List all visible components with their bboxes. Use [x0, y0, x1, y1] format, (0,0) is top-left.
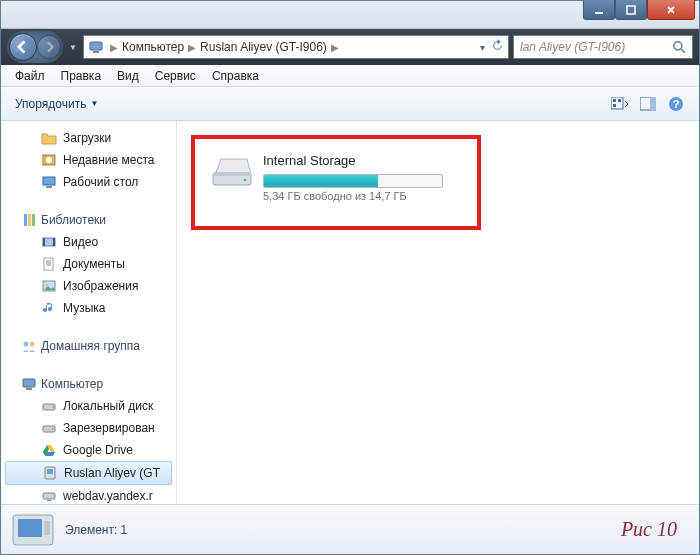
svg-rect-10: [650, 97, 656, 110]
svg-point-25: [46, 284, 49, 287]
svg-rect-2: [90, 42, 102, 50]
search-placeholder: lan Aliyev (GT-I906): [520, 40, 625, 54]
desktop-icon: [41, 174, 57, 190]
view-mode-button[interactable]: [611, 95, 629, 113]
drive-usage-bar: [263, 174, 443, 188]
picture-icon: [41, 278, 57, 294]
breadcrumb[interactable]: ▶ Компьютер ▶ Ruslan Aliyev (GT-I906) ▶ …: [83, 35, 509, 59]
chevron-right-icon: ▶: [108, 42, 120, 53]
minimize-button[interactable]: [583, 0, 615, 20]
sidebar-item-label: Недавние места: [63, 153, 154, 167]
sidebar-item-recent[interactable]: Недавние места: [1, 149, 176, 171]
svg-rect-23: [44, 258, 53, 270]
sidebar-item-label: Видео: [63, 235, 98, 249]
sidebar-item-music[interactable]: Музыка: [1, 297, 176, 319]
drive-name: Internal Storage: [263, 153, 463, 168]
svg-rect-7: [618, 99, 621, 102]
sidebar-head-homegroup[interactable]: Домашняя группа: [1, 335, 176, 357]
music-icon: [41, 300, 57, 316]
forward-button[interactable]: [37, 35, 61, 59]
sidebar-item-downloads[interactable]: Загрузки: [1, 127, 176, 149]
navigation-sidebar: Загрузки Недавние места Рабочий стол Биб…: [1, 121, 177, 504]
main-pane[interactable]: Internal Storage 5,34 ГБ свободно из 14,…: [177, 121, 699, 504]
sidebar-favorites-group: Загрузки Недавние места Рабочий стол: [1, 127, 176, 193]
help-button[interactable]: ?: [667, 95, 685, 113]
highlight-box: Internal Storage 5,34 ГБ свободно из 14,…: [191, 135, 481, 230]
preview-pane-button[interactable]: [639, 95, 657, 113]
sidebar-computer-group: Компьютер Локальный диск Зарезервирован …: [1, 373, 176, 504]
breadcrumb-segment[interactable]: Ruslan Aliyev (GT-I906): [198, 40, 329, 54]
chevron-right-icon: ▶: [329, 42, 341, 53]
sidebar-item-label: Загрузки: [63, 131, 111, 145]
menu-view[interactable]: Вид: [109, 67, 147, 85]
menu-edit[interactable]: Правка: [53, 67, 110, 85]
search-icon: [672, 40, 686, 54]
menu-help[interactable]: Справка: [204, 67, 267, 85]
back-button[interactable]: [9, 33, 37, 61]
disk-icon: [41, 398, 57, 414]
sidebar-item-local-disk[interactable]: Локальный диск: [1, 395, 176, 417]
svg-rect-6: [613, 99, 616, 102]
device-icon: [42, 465, 58, 481]
organize-button[interactable]: Упорядочить ▼: [9, 95, 104, 113]
sidebar-item-label: Локальный диск: [63, 399, 153, 413]
device-large-icon: [11, 513, 55, 547]
svg-rect-38: [213, 173, 251, 176]
storage-drive-icon: [209, 153, 253, 189]
svg-rect-15: [43, 177, 55, 185]
svg-rect-19: [32, 214, 35, 226]
network-disk-icon: [41, 488, 57, 504]
sidebar-item-reserved[interactable]: Зарезервирован: [1, 417, 176, 439]
sidebar-item-label: Google Drive: [63, 443, 133, 457]
breadcrumb-segment[interactable]: Компьютер: [120, 40, 186, 54]
svg-rect-5: [611, 97, 623, 109]
sidebar-item-device[interactable]: Ruslan Aliyev (GT: [5, 461, 172, 485]
homegroup-icon: [21, 338, 37, 354]
sidebar-item-pictures[interactable]: Изображения: [1, 275, 176, 297]
svg-rect-3: [93, 51, 99, 53]
svg-rect-35: [47, 469, 53, 474]
svg-rect-42: [44, 521, 50, 535]
svg-rect-16: [46, 186, 52, 188]
sidebar-item-label: Ruslan Aliyev (GT: [64, 466, 160, 480]
close-button[interactable]: [647, 0, 695, 20]
svg-rect-17: [24, 214, 27, 226]
recent-icon: [41, 152, 57, 168]
status-text: Элемент: 1: [65, 523, 127, 537]
refresh-button[interactable]: [491, 39, 504, 55]
gdrive-icon: [41, 442, 57, 458]
disk-icon: [41, 420, 57, 436]
sidebar-item-label: Зарезервирован: [63, 421, 155, 435]
svg-rect-21: [43, 238, 45, 246]
menu-service[interactable]: Сервис: [147, 67, 204, 85]
sidebar-item-video[interactable]: Видео: [1, 231, 176, 253]
drive-item[interactable]: Internal Storage 5,34 ГБ свободно из 14,…: [209, 153, 463, 202]
menu-file[interactable]: Файл: [7, 67, 53, 85]
sidebar-item-webdav[interactable]: webdav.yandex.r: [1, 485, 176, 504]
svg-rect-28: [23, 379, 35, 387]
sidebar-item-label: Документы: [63, 257, 125, 271]
search-input[interactable]: lan Aliyev (GT-I906): [513, 35, 693, 59]
sidebar-item-label: Музыка: [63, 301, 105, 315]
svg-rect-1: [627, 6, 635, 14]
organize-label: Упорядочить: [15, 97, 86, 111]
sidebar-item-google-drive[interactable]: Google Drive: [1, 439, 176, 461]
drive-usage-fill: [264, 175, 378, 187]
maximize-button[interactable]: [615, 0, 647, 20]
svg-rect-41: [18, 519, 42, 537]
svg-rect-29: [26, 388, 32, 390]
sidebar-item-documents[interactable]: Документы: [1, 253, 176, 275]
address-bar: ▼ ▶ Компьютер ▶ Ruslan Aliyev (GT-I906) …: [1, 29, 699, 65]
breadcrumb-dropdown-icon[interactable]: ▾: [480, 42, 485, 53]
svg-point-4: [674, 42, 682, 50]
document-icon: [41, 256, 57, 272]
sidebar-head-computer[interactable]: Компьютер: [1, 373, 176, 395]
sidebar-head-label: Компьютер: [41, 377, 103, 391]
nav-buttons: [7, 31, 63, 63]
sidebar-item-desktop[interactable]: Рабочий стол: [1, 171, 176, 193]
nav-history-dropdown[interactable]: ▼: [67, 43, 79, 52]
content-area: Загрузки Недавние места Рабочий стол Биб…: [1, 121, 699, 504]
svg-point-31: [52, 406, 54, 408]
sidebar-head-libraries[interactable]: Библиотеки: [1, 209, 176, 231]
video-icon: [41, 234, 57, 250]
